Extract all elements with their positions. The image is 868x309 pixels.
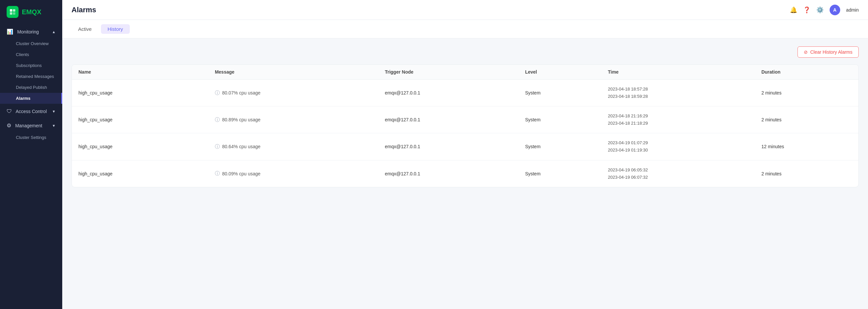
sidebar-group-access-control[interactable]: 🛡 Access Control ▼	[0, 105, 62, 118]
table-row: high_cpu_usage ⓘ 80.07% cpu usage emqx@1…	[72, 80, 859, 106]
logo-icon	[7, 6, 19, 18]
sidebar-access-control-group: 🛡 Access Control ▼	[0, 105, 62, 118]
cell-name-2: high_cpu_usage	[72, 133, 208, 160]
cell-level-1: System	[519, 106, 601, 133]
main-content: Alarms 🔔 ❓ ⚙️ A admin Active History ⊘ C…	[62, 0, 868, 309]
chevron-down-icon-mgmt: ▼	[52, 124, 56, 128]
cell-name-0: high_cpu_usage	[72, 80, 208, 106]
sidebar-item-delayed-publish[interactable]: Delayed Publish	[0, 82, 62, 93]
help-icon[interactable]: ❓	[803, 6, 810, 13]
gear-icon[interactable]: ⚙️	[816, 6, 824, 13]
access-control-label: Access Control	[16, 109, 47, 114]
col-trigger-node: Trigger Node	[378, 65, 519, 80]
settings-icon: ⚙	[7, 123, 11, 128]
cell-trigger-2: emqx@127.0.0.1	[378, 133, 519, 160]
clear-icon: ⊘	[804, 49, 808, 55]
table-row: high_cpu_usage ⓘ 80.64% cpu usage emqx@1…	[72, 133, 859, 160]
col-level: Level	[519, 65, 601, 80]
cell-level-3: System	[519, 160, 601, 187]
sidebar-item-cluster-overview[interactable]: Cluster Overview	[0, 38, 62, 49]
tab-active[interactable]: Active	[71, 24, 98, 34]
sidebar: EMQX 📊 Monitoring ▲ Cluster Overview Cli…	[0, 0, 62, 309]
cell-level-2: System	[519, 133, 601, 160]
cell-trigger-3: emqx@127.0.0.1	[378, 160, 519, 187]
sidebar-item-cluster-settings[interactable]: Cluster Settings	[0, 132, 62, 143]
col-message: Message	[208, 65, 378, 80]
table-header: Name Message Trigger Node Level Time Dur…	[72, 65, 859, 80]
info-icon-2: ⓘ	[215, 144, 220, 150]
col-duration: Duration	[755, 65, 859, 80]
cell-name-1: high_cpu_usage	[72, 106, 208, 133]
sidebar-item-subscriptions[interactable]: Subscriptions	[0, 60, 62, 71]
cell-trigger-0: emqx@127.0.0.1	[378, 80, 519, 106]
svg-rect-1	[13, 9, 15, 11]
svg-rect-0	[10, 9, 12, 11]
clear-history-button[interactable]: ⊘ Clear History Alarms	[798, 47, 859, 58]
admin-label: admin	[846, 7, 859, 12]
table-row: high_cpu_usage ⓘ 80.89% cpu usage emqx@1…	[72, 106, 859, 133]
cell-time-3: 2023-04-19 06:05:32 2023-04-19 06:07:32	[601, 160, 755, 187]
cell-duration-0: 2 minutes	[755, 80, 859, 106]
sidebar-item-alarms[interactable]: Alarms	[0, 93, 62, 104]
sidebar-group-monitoring[interactable]: 📊 Monitoring ▲	[0, 25, 62, 38]
cell-message-2: ⓘ 80.64% cpu usage	[208, 133, 378, 160]
sidebar-item-clients[interactable]: Clients	[0, 49, 62, 60]
chevron-down-icon: ▼	[52, 109, 56, 113]
content-area: ⊘ Clear History Alarms Name Message Trig…	[62, 38, 868, 309]
cell-name-3: high_cpu_usage	[72, 160, 208, 187]
cell-time-1: 2023-04-18 21:16:29 2023-04-18 21:18:29	[601, 106, 755, 133]
shield-icon: 🛡	[7, 108, 12, 114]
info-icon-3: ⓘ	[215, 170, 220, 177]
cell-duration-2: 12 minutes	[755, 133, 859, 160]
cell-message-1: ⓘ 80.89% cpu usage	[208, 106, 378, 133]
table-body: high_cpu_usage ⓘ 80.07% cpu usage emqx@1…	[72, 80, 859, 187]
tab-history[interactable]: History	[101, 24, 130, 34]
cell-message-0: ⓘ 80.07% cpu usage	[208, 80, 378, 106]
svg-rect-3	[13, 12, 15, 15]
topbar-actions: 🔔 ❓ ⚙️ A admin	[790, 5, 859, 15]
logo[interactable]: EMQX	[0, 0, 62, 24]
cell-level-0: System	[519, 80, 601, 106]
sidebar-management-group: ⚙ Management ▼ Cluster Settings	[0, 119, 62, 143]
info-icon-0: ⓘ	[215, 90, 220, 96]
avatar: A	[830, 5, 840, 15]
col-name: Name	[72, 65, 208, 80]
sidebar-monitoring-group: 📊 Monitoring ▲ Cluster Overview Clients …	[0, 25, 62, 104]
logo-text: EMQX	[22, 8, 41, 16]
chevron-up-icon: ▲	[52, 30, 56, 34]
monitoring-icon: 📊	[7, 29, 13, 34]
page-title: Alarms	[71, 6, 96, 14]
toolbar: ⊘ Clear History Alarms	[71, 47, 859, 58]
management-label: Management	[15, 123, 42, 128]
sidebar-item-retained-messages[interactable]: Retained Messages	[0, 71, 62, 82]
monitoring-label: Monitoring	[17, 29, 39, 34]
sidebar-group-management[interactable]: ⚙ Management ▼	[0, 119, 62, 132]
cell-duration-1: 2 minutes	[755, 106, 859, 133]
bell-icon[interactable]: 🔔	[790, 6, 797, 13]
table-row: high_cpu_usage ⓘ 80.09% cpu usage emqx@1…	[72, 160, 859, 187]
topbar: Alarms 🔔 ❓ ⚙️ A admin	[62, 0, 868, 20]
cell-time-0: 2023-04-18 18:57:28 2023-04-18 18:59:28	[601, 80, 755, 106]
alarms-table-wrap: Name Message Trigger Node Level Time Dur…	[71, 64, 859, 187]
info-icon-1: ⓘ	[215, 117, 220, 123]
col-time: Time	[601, 65, 755, 80]
cell-duration-3: 2 minutes	[755, 160, 859, 187]
tabs-bar: Active History	[62, 20, 868, 38]
cell-time-2: 2023-04-19 01:07:29 2023-04-19 01:19:30	[601, 133, 755, 160]
svg-rect-2	[10, 12, 12, 15]
alarms-table: Name Message Trigger Node Level Time Dur…	[72, 65, 859, 187]
cell-trigger-1: emqx@127.0.0.1	[378, 106, 519, 133]
cell-message-3: ⓘ 80.09% cpu usage	[208, 160, 378, 187]
